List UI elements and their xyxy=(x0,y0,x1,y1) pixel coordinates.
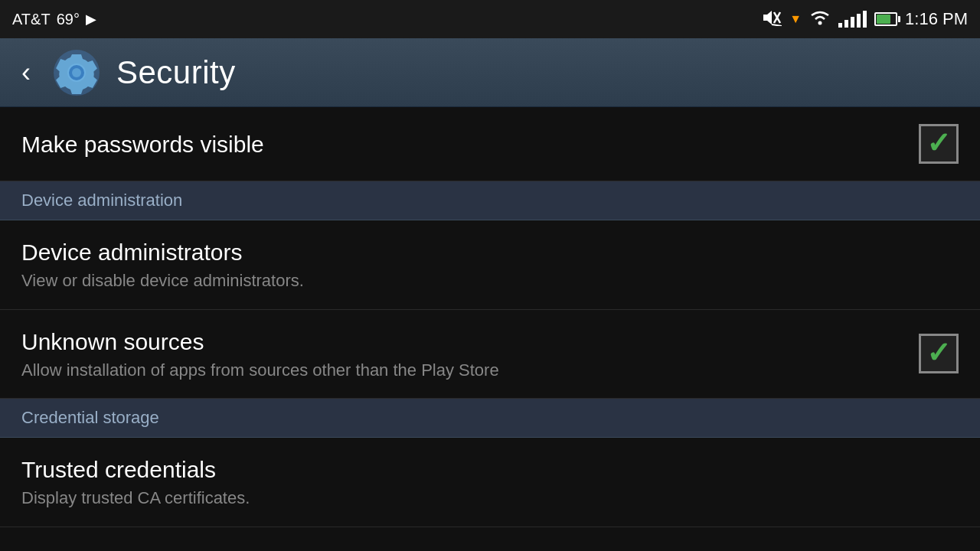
wifi-icon xyxy=(809,9,831,30)
setting-item-unknown-sources[interactable]: Unknown sources Allow installation of ap… xyxy=(0,310,980,399)
svg-point-4 xyxy=(818,21,822,24)
setting-item-text: Device administrators View or disable de… xyxy=(21,237,959,292)
setting-subtitle-unknown-sources: Allow installation of apps from sources … xyxy=(21,360,906,382)
temperature-label: 69° xyxy=(57,11,80,28)
setting-title-trusted-credentials: Trusted credentials xyxy=(21,455,959,484)
section-header-device-administration: Device administration xyxy=(0,181,980,220)
checkbox-unknown-sources[interactable]: ✓ xyxy=(919,334,959,373)
page-title: Security xyxy=(116,54,236,91)
setting-item-trusted-credentials[interactable]: Trusted credentials Display trusted CA c… xyxy=(0,438,980,527)
play-icon: ▶ xyxy=(86,11,96,28)
svg-marker-0 xyxy=(763,11,772,24)
battery-fill xyxy=(877,15,890,24)
setting-item-text: Unknown sources Allow installation of ap… xyxy=(21,327,906,382)
section-header-credential-storage: Credential storage xyxy=(0,399,980,438)
status-bar-right: ▼ 1:16 PM xyxy=(762,9,968,30)
mute-icon xyxy=(762,9,782,30)
signal-bars xyxy=(838,11,867,28)
setting-item-text: Make passwords visible xyxy=(21,129,906,159)
setting-item-device-administrators[interactable]: Device administrators View or disable de… xyxy=(0,220,980,310)
setting-item-make-passwords-visible[interactable]: Make passwords visible ✓ xyxy=(0,107,980,181)
carrier-label: AT&T xyxy=(12,11,51,28)
status-bar-left: AT&T 69° ▶ xyxy=(12,11,96,28)
svg-line-3 xyxy=(772,24,782,26)
setting-subtitle-trusted-credentials: Display trusted CA certificates. xyxy=(21,487,959,510)
time-label: 1:16 PM xyxy=(905,9,968,29)
content-area: Make passwords visible ✓ Device administ… xyxy=(0,107,980,551)
battery-icon xyxy=(874,12,897,26)
download-icon: ▼ xyxy=(789,12,802,26)
settings-icon xyxy=(52,48,101,97)
setting-title-unknown-sources: Unknown sources xyxy=(21,327,906,357)
setting-subtitle-device-administrators: View or disable device administrators. xyxy=(21,270,959,292)
checkmark-icon: ✓ xyxy=(926,338,951,367)
checkbox-make-passwords-visible[interactable]: ✓ xyxy=(919,124,959,164)
setting-item-text: Trusted credentials Display trusted CA c… xyxy=(21,455,959,510)
setting-title-make-passwords-visible: Make passwords visible xyxy=(21,129,906,159)
setting-title-device-administrators: Device administrators xyxy=(21,237,959,267)
toolbar: ‹ Security xyxy=(0,38,980,107)
svg-point-7 xyxy=(72,68,81,77)
checkmark-icon: ✓ xyxy=(926,129,951,158)
back-button[interactable]: ‹ xyxy=(15,51,37,95)
status-bar: AT&T 69° ▶ ▼ xyxy=(0,0,980,38)
